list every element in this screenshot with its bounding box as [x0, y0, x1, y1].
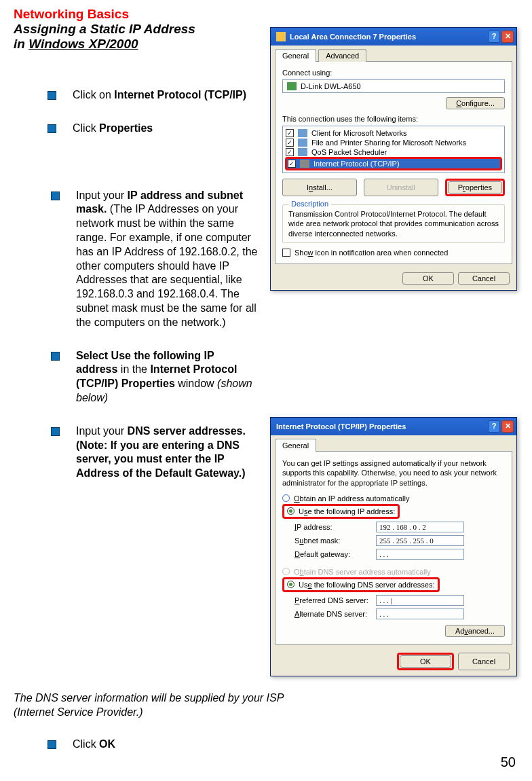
- title-left: Local Area Connection 7 Properties: [276, 32, 416, 41]
- radio-use-dns[interactable]: Use the following DNS server addresses:: [287, 581, 435, 589]
- item-label: Internet Protocol (TCP/IP): [314, 160, 400, 168]
- tcpip-properties-dialog: Internet Protocol (TCP/IP) Properties ? …: [270, 417, 517, 676]
- bullet-icon: [48, 740, 56, 749]
- description-group: Description Transmission Control Protoco…: [282, 204, 505, 243]
- install-button[interactable]: Install...: [282, 179, 357, 196]
- advanced-row: Advanced...: [282, 625, 505, 637]
- bullet-4: Select Use the following IP address in t…: [14, 349, 258, 405]
- note-text: The DNS server information will be suppl…: [14, 691, 312, 720]
- radio-auto-ip[interactable]: Obtain an IP address automatically: [282, 494, 505, 503]
- ok-button[interactable]: OK: [402, 272, 454, 285]
- service-icon: [298, 148, 307, 156]
- show-icon-label: Show icon in notification area when conn…: [294, 249, 448, 257]
- connect-using-label: Connect using:: [282, 69, 505, 77]
- ok-button[interactable]: OK: [400, 655, 451, 668]
- cancel-button[interactable]: Cancel: [458, 653, 510, 670]
- text: Click: [73, 122, 99, 134]
- radio-icon[interactable]: [287, 581, 294, 588]
- cancel-button[interactable]: Cancel: [458, 272, 510, 285]
- alt-dns-row: Alternate DNS server: . . .: [294, 609, 505, 619]
- ip-address-input[interactable]: 192 . 168 . 0 . 2: [376, 522, 464, 532]
- item-label: File and Printer Sharing for Microsoft N…: [311, 139, 466, 147]
- client-icon: [298, 129, 307, 137]
- bullet-icon: [51, 192, 60, 200]
- alt-dns-input[interactable]: . . .: [376, 609, 464, 619]
- desc-text: Transmission Control Protocol/Internet P…: [288, 209, 499, 238]
- tab-general[interactable]: General: [275, 49, 316, 62]
- list-item[interactable]: ✓ File and Printer Sharing for Microsoft…: [285, 138, 502, 147]
- bold-text: OK: [99, 738, 115, 750]
- pref-dns-input[interactable]: . . . |: [376, 595, 464, 606]
- subnet-label: Subnet mask:: [294, 537, 376, 545]
- checkbox-icon[interactable]: ✓: [286, 148, 294, 156]
- gateway-input[interactable]: . . .: [376, 549, 464, 560]
- gateway-row: Default gateway: . . .: [294, 549, 505, 560]
- subtitle-prefix: in: [14, 37, 28, 51]
- subnet-input[interactable]: 255 . 255 . 255 . 0: [376, 535, 464, 546]
- titlebar[interactable]: Internet Protocol (TCP/IP) Properties ? …: [271, 418, 516, 435]
- heading-red: Networking Basics: [14, 7, 518, 22]
- items-list[interactable]: ✓ Client for Microsoft Networks ✓ File a…: [282, 126, 505, 173]
- conn-uses-label: This connection uses the following items…: [282, 115, 505, 123]
- properties-button[interactable]: Properties: [448, 181, 502, 194]
- checkbox-icon[interactable]: [282, 249, 290, 257]
- radio-icon[interactable]: [282, 494, 290, 502]
- pref-dns-label: Preferred DNS server:: [294, 596, 376, 604]
- bullet-5: Input your DNS server addresses. (Note: …: [14, 424, 258, 481]
- titlebar[interactable]: Local Area Connection 7 Properties ? ✕: [271, 28, 516, 46]
- title-buttons: ? ✕: [488, 31, 514, 43]
- alt-dns-label: Alternate DNS server:: [294, 610, 376, 618]
- checkbox-icon[interactable]: ✓: [286, 129, 294, 137]
- bullet-icon: [51, 427, 60, 436]
- window-title: Local Area Connection 7 Properties: [290, 33, 416, 41]
- close-button[interactable]: ✕: [501, 420, 514, 433]
- highlight-box-use-dns: Use the following DNS server addresses:: [282, 577, 440, 592]
- pref-dns-row: Preferred DNS server: . . . |: [294, 595, 505, 606]
- tab-strip: General Advanced: [271, 46, 516, 61]
- tab-advanced[interactable]: Advanced: [318, 49, 366, 62]
- radio-use-ip[interactable]: Use the following IP address:: [287, 507, 395, 515]
- bullet-2: Click Properties: [14, 122, 258, 136]
- intro-text: You can get IP settings assigned automat…: [282, 458, 505, 488]
- ip-group: Obtain an IP address automatically Use t…: [282, 494, 505, 560]
- panel-body: You can get IP settings assigned automat…: [275, 451, 512, 644]
- highlight-box-properties: Properties: [445, 179, 505, 196]
- bullet-icon: [51, 352, 60, 361]
- panel-body: Connect using: D-Link DWL-A650 CConfigur…: [275, 61, 512, 264]
- bullet-text: Select Use the following IP address in t…: [76, 349, 258, 405]
- advanced-button[interactable]: Advanced...: [445, 625, 505, 637]
- radio-auto-dns: Obtain DNS server address automatically: [282, 568, 505, 576]
- radio-icon: [282, 568, 290, 575]
- radio-label: Obtain an IP address automatically: [294, 494, 409, 503]
- checkbox-icon[interactable]: ✓: [286, 139, 294, 147]
- ip-address-row: IP address: 192 . 168 . 0 . 2: [294, 522, 505, 532]
- tab-general[interactable]: General: [275, 439, 316, 452]
- bullet-text: Input your DNS server addresses. (Note: …: [76, 424, 258, 481]
- uninstall-button[interactable]: Uninstall: [364, 179, 438, 196]
- help-button[interactable]: ?: [488, 31, 500, 43]
- help-button[interactable]: ?: [488, 420, 500, 433]
- subnet-row: Subnet mask: 255 . 255 . 255 . 0: [294, 535, 505, 546]
- dns-group: Obtain DNS server address automatically …: [282, 568, 505, 619]
- configure-button[interactable]: CConfigure...onfigure...: [446, 97, 505, 109]
- window-icon: [276, 32, 286, 41]
- list-item[interactable]: ✓ QoS Packet Scheduler: [285, 147, 502, 157]
- protocol-icon: [300, 160, 309, 168]
- text: Click: [73, 738, 99, 750]
- item-buttons: Install... Uninstall Properties: [282, 179, 505, 196]
- bullet-text: Click Properties: [73, 122, 153, 136]
- close-button[interactable]: ✕: [501, 31, 514, 43]
- bullet-icon: [48, 91, 56, 100]
- list-item-selected[interactable]: ✓ Internet Protocol (TCP/IP): [287, 159, 500, 168]
- text: (The IP Addresses on your network must b…: [76, 203, 257, 327]
- show-icon-row[interactable]: Show icon in notification area when conn…: [282, 249, 505, 257]
- bullet-6: Click OK: [14, 738, 115, 752]
- tab-strip: General: [271, 435, 516, 451]
- list-item[interactable]: ✓ Client for Microsoft Networks: [285, 128, 502, 138]
- dns-note: The DNS server information will be suppl…: [14, 686, 312, 720]
- nic-icon: [287, 82, 297, 90]
- checkbox-icon[interactable]: ✓: [288, 160, 296, 168]
- radio-label: Obtain DNS server address automatically: [294, 568, 431, 576]
- radio-icon[interactable]: [287, 507, 294, 515]
- bullet-icon: [48, 124, 56, 133]
